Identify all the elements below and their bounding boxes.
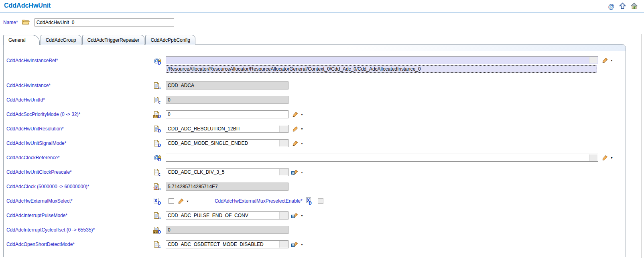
edit-pencil-icon[interactable] — [178, 198, 184, 204]
param-combo-field[interactable] — [166, 154, 598, 162]
edit-pencil-control: ▼ — [292, 112, 303, 118]
boolean-derived-icon: D — [154, 198, 160, 205]
tab-folder: General CddAdcGroup CddAdcTriggerRepeate… — [3, 35, 626, 257]
edit-calculated-pencil-icon[interactable] — [292, 242, 298, 248]
form-row-cddadcopenshortdetectmode: CddAdcOpenShortDetectMode* c ▼ — [4, 237, 626, 252]
param-value-field — [166, 96, 288, 104]
form-row-cddadchwunitsignalmode: CddAdcHwUnitSignalMode* D ▼ — [4, 136, 626, 150]
param-combo-value[interactable] — [166, 169, 288, 176]
edit-pencil-control: ▼ — [292, 140, 303, 146]
pencil-dropdown-arrow-icon[interactable]: ▼ — [301, 214, 303, 217]
calculated-param-icon: c — [154, 241, 160, 248]
combo-button[interactable] — [279, 212, 288, 219]
edit-calculated-pencil-icon[interactable] — [292, 169, 298, 175]
param-combo-value[interactable] — [166, 140, 288, 147]
integer-derived-icon: 10D — [154, 227, 160, 234]
param-label: CddAdcHwInstance* — [4, 83, 154, 88]
reference-path-tooltip: /ResourceAllocator/ResourceAllocator/Res… — [166, 65, 597, 73]
at-icon[interactable]: @ — [608, 4, 614, 10]
form-rows: CddAdcHwInstanceRef*@ D ▼/ResourceAlloca… — [4, 51, 626, 252]
param-value-field[interactable] — [166, 110, 288, 118]
edit-pencil-control: ▼ — [292, 213, 303, 219]
tab-content-panel: CddAdcHwInstanceRef*@ D ▼/ResourceAlloca… — [3, 44, 626, 257]
param-label: CddAdcHwUnitSignalMode* — [4, 140, 154, 146]
combo-button[interactable] — [589, 57, 597, 63]
float-calculated-icon: 1.0c — [154, 183, 160, 190]
param-combo-value[interactable] — [166, 212, 288, 219]
checkbox-disabled — [318, 198, 323, 204]
tab-general[interactable]: General — [3, 35, 40, 45]
editor-header: CddAdcHwUnit @ — [0, 0, 644, 12]
param-combo-field[interactable] — [166, 139, 288, 147]
up-arrow-icon[interactable] — [619, 2, 626, 11]
pencil-dropdown-arrow-icon[interactable]: ▼ — [301, 128, 303, 130]
checkbox[interactable] — [169, 198, 174, 204]
edit-pencil-icon[interactable] — [602, 155, 608, 161]
open-folder-icon — [22, 19, 30, 26]
param-label: CddAdcHwUnitId* — [4, 97, 154, 103]
param-value-field — [166, 183, 288, 191]
param-label: CddAdcSocPriorityMode (0 -> 32)* — [4, 112, 154, 117]
form-row-cddadcsocprioritymode-0-32: CddAdcSocPriorityMode (0 -> 32)* 10D ▼ — [4, 107, 626, 122]
calculated-param-icon: c — [154, 212, 160, 219]
pencil-dropdown-arrow-icon[interactable]: ▼ — [301, 243, 303, 246]
integer-derived-icon: 10D — [154, 111, 160, 118]
form-row-cddadchwinstanceref: CddAdcHwInstanceRef*@ D ▼/ResourceAlloca… — [4, 55, 626, 78]
tab-cddadctriggerrepeater[interactable]: CddAdcTriggerRepeater — [82, 35, 145, 45]
combo-button[interactable] — [589, 154, 597, 161]
edit-pencil-icon[interactable] — [292, 126, 298, 132]
param-label: CddAdcHwUnitClockPrescale* — [4, 169, 154, 175]
pencil-dropdown-arrow-icon[interactable]: ▼ — [610, 59, 613, 62]
edit-pencil-icon[interactable] — [292, 112, 298, 118]
param-label: CddAdcInterruptPulseMode* — [4, 213, 154, 218]
param-label: CddAdcClockReference* — [4, 155, 154, 160]
combo-button[interactable] — [279, 169, 288, 175]
pencil-dropdown-arrow-icon[interactable]: ▼ — [301, 113, 303, 116]
name-label: Name* — [3, 20, 18, 25]
param-value-field — [166, 81, 288, 89]
enum-derived-icon: D — [154, 140, 160, 147]
param-label: CddAdcHwUnitResolution* — [4, 126, 154, 132]
param-combo-value[interactable] — [166, 154, 598, 161]
form-row-cddadchwunitclockprescale: CddAdcHwUnitClockPrescale* c ▼ — [4, 165, 626, 179]
tab-cddadcppbconfig[interactable]: CddAdcPpbConfig — [145, 35, 195, 45]
pencil-dropdown-arrow-icon[interactable]: ▼ — [301, 171, 303, 174]
pencil-dropdown-arrow-icon[interactable]: ▼ — [186, 200, 189, 203]
calculated-param-icon: c — [154, 169, 160, 176]
edit-pencil-control: ▼ — [602, 57, 613, 63]
param-label: CddAdcHwExternalMuxSelect* — [4, 198, 154, 204]
enum-derived-icon: D — [154, 126, 160, 132]
calculated-param-icon: c — [154, 97, 160, 104]
form-row-cddadcclockreference: CddAdcClockReference*@ D ▼ — [4, 150, 626, 165]
edit-pencil-control: ▼ — [292, 169, 303, 175]
param-label-secondary: CddAdcHwExternalMuxPreselectEnable* — [215, 198, 303, 204]
edit-pencil-control: ▼ — [292, 126, 303, 132]
form-row-cddadchwunitid: CddAdcHwUnitId* c — [4, 93, 626, 107]
combo-button[interactable] — [279, 126, 288, 132]
combo-button[interactable] — [279, 140, 288, 146]
param-combo-field[interactable] — [166, 211, 288, 219]
pencil-dropdown-arrow-icon[interactable]: ▼ — [301, 142, 303, 145]
param-combo-field[interactable] — [166, 240, 288, 248]
reference-derived-icon: @ D — [154, 154, 160, 161]
param-combo-field[interactable] — [166, 168, 288, 176]
param-combo-value[interactable] — [166, 57, 598, 64]
name-row: Name* — [3, 18, 644, 26]
edit-pencil-icon[interactable] — [292, 140, 298, 146]
tab-cddadcgroup[interactable]: CddAdcGroup — [41, 35, 81, 45]
tab-bar: General CddAdcGroup CddAdcTriggerRepeate… — [3, 35, 626, 45]
combo-button[interactable] — [279, 241, 288, 248]
pencil-dropdown-arrow-icon[interactable]: ▼ — [610, 156, 613, 159]
edit-pencil-control: ▼ — [178, 198, 189, 204]
edit-calculated-pencil-icon[interactable] — [292, 213, 298, 219]
param-combo-value[interactable] — [166, 241, 288, 248]
form-row-cddadcinterruptpulsemode: CddAdcInterruptPulseMode* c ▼ — [4, 208, 626, 223]
param-combo-field[interactable] — [166, 125, 288, 133]
param-combo-field[interactable] — [166, 56, 598, 64]
edit-pencil-icon[interactable] — [602, 57, 608, 63]
home-icon[interactable] — [631, 2, 638, 11]
form-row-cddadchwunitresolution: CddAdcHwUnitResolution* D ▼ — [4, 122, 626, 136]
form-row-cddadchwexternalmuxselect: CddAdcHwExternalMuxSelect* D ▼CddAdcHwEx… — [4, 194, 626, 208]
param-combo-value[interactable] — [166, 125, 288, 132]
name-input[interactable] — [35, 18, 174, 26]
